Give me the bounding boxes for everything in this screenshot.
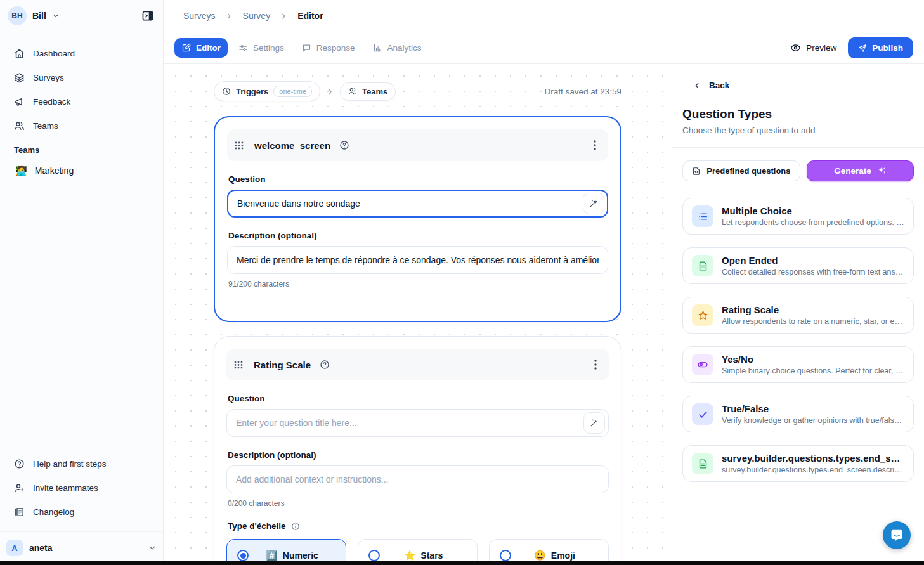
sidebar: BH Bill Dashboard Surveys Feed [0, 0, 164, 565]
radio-icon [368, 550, 380, 561]
sidebar-team-marketing[interactable]: 🧑‍💻 Marketing [8, 159, 155, 183]
toggle-icon [692, 354, 713, 375]
chevron-right-icon [326, 88, 334, 96]
teams-section-label: Teams [8, 138, 155, 159]
main-area: Surveys Survey Editor Editor Settings [164, 0, 924, 565]
user-menu[interactable]: BH Bill [8, 6, 60, 25]
intercom-chat-icon [890, 528, 904, 542]
sidebar-item-label: Changelog [33, 507, 74, 517]
generate-button[interactable]: Generate [807, 160, 914, 181]
magic-wand-button[interactable] [583, 412, 605, 434]
tab-label: Editor [196, 43, 221, 53]
sidebar-item-invite[interactable]: Invite teammates [8, 476, 155, 500]
team-emoji-icon: 🧑‍💻 [15, 165, 27, 176]
question-title-input[interactable] [227, 190, 608, 218]
workspace-avatar: A [6, 540, 23, 556]
sidebar-footer: Help and first steps Invite teammates Ch… [0, 445, 163, 526]
panel-actions: Predefined questions Generate [682, 160, 914, 181]
magic-wand-button[interactable] [583, 193, 604, 214]
draft-status: Draft saved at 23:59 [544, 87, 621, 96]
type-title: Multiple Choice [722, 205, 904, 216]
question-card-welcome-screen[interactable]: welcome_screen Question [214, 116, 621, 322]
breadcrumb-editor: Editor [297, 11, 323, 21]
toolbar-tabs: Editor Settings Response Analytics [174, 38, 429, 58]
kebab-menu-icon[interactable] [592, 357, 599, 372]
tab-analytics[interactable]: Analytics [366, 38, 429, 58]
type-card-yes-no[interactable]: Yes/No Simple binary choice questions. P… [682, 346, 914, 383]
tab-response[interactable]: Response [295, 38, 362, 58]
sidebar-item-teams[interactable]: Teams [8, 114, 155, 138]
publish-label: Publish [872, 43, 903, 53]
type-title: Rating Scale [722, 304, 904, 315]
question-card-rating-scale[interactable]: Rating Scale Question [214, 336, 621, 565]
numeric-keycap-icon: #️⃣ [266, 550, 278, 561]
document-text-icon [692, 255, 713, 276]
drag-handle-icon[interactable] [234, 361, 245, 369]
scale-option-label: Stars [420, 550, 443, 561]
toolbar-actions: Preview Publish [790, 37, 913, 58]
sidebar-item-feedback[interactable]: Feedback [8, 89, 155, 114]
help-circle-icon[interactable] [320, 360, 330, 370]
help-circle-icon[interactable] [339, 140, 349, 150]
sidebar-item-surveys[interactable]: Surveys [8, 65, 155, 89]
breadcrumb-surveys[interactable]: Surveys [183, 11, 216, 21]
question-card-header: welcome_screen [227, 129, 608, 161]
question-description-input[interactable] [227, 246, 608, 274]
sidebar-item-help[interactable]: Help and first steps [8, 451, 155, 476]
preview-button[interactable]: Preview [790, 42, 836, 53]
teams-chip[interactable]: Teams [340, 82, 396, 101]
radio-icon [500, 550, 511, 561]
paper-plane-icon [858, 44, 867, 53]
workspace-name: aneta [29, 543, 141, 553]
type-title: Yes/No [722, 354, 904, 365]
type-card-end-screen[interactable]: survey.builder.questions.types.end_scr..… [682, 445, 914, 482]
question-title-input[interactable] [226, 409, 609, 437]
tab-settings[interactable]: Settings [231, 38, 291, 58]
breadcrumb-survey[interactable]: Survey [243, 11, 271, 21]
question-description-input[interactable] [226, 465, 609, 493]
radio-selected-icon [237, 550, 249, 561]
question-types-panel: Back Question Types Choose the type of q… [672, 64, 924, 565]
char-count: 0/200 characters [228, 499, 609, 508]
publish-button[interactable]: Publish [848, 37, 913, 58]
sidebar-item-dashboard[interactable]: Dashboard [8, 41, 155, 65]
drag-handle-icon[interactable] [235, 141, 245, 150]
sidebar-item-changelog[interactable]: Changelog [8, 500, 155, 524]
predefined-label: Predefined questions [706, 166, 790, 176]
workspace-switcher[interactable]: A aneta [0, 531, 163, 565]
type-card-rating-scale[interactable]: Rating Scale Allow respondents to rate o… [682, 297, 914, 334]
type-card-multiple-choice[interactable]: Multiple Choice Let respondents choose f… [682, 198, 914, 235]
type-card-open-ended[interactable]: Open Ended Collect detailed responses wi… [682, 247, 914, 284]
question-card-title: Rating Scale [254, 360, 311, 370]
back-button[interactable]: Back [682, 81, 914, 90]
triggers-chip[interactable]: Triggers one-time [214, 81, 320, 101]
sidebar-nav: Dashboard Surveys Feedback Teams Teams 🧑… [0, 32, 163, 183]
type-description: Simple binary choice questions. Perfect … [722, 367, 904, 375]
sidebar-item-label: Dashboard [33, 49, 75, 58]
type-card-true-false[interactable]: True/False Verify knowledge or gather op… [682, 396, 914, 432]
list-icon [692, 205, 713, 227]
tab-label: Analytics [387, 43, 422, 53]
tab-editor[interactable]: Editor [174, 38, 228, 58]
sidebar-item-label: Invite teammates [33, 483, 98, 493]
kebab-menu-icon[interactable] [591, 138, 599, 153]
type-description: survey.builder.questions.types.end_scree… [722, 465, 904, 474]
question-card-header: Rating Scale [226, 349, 609, 380]
info-circle-icon[interactable] [291, 522, 300, 531]
predefined-questions-button[interactable]: Predefined questions [682, 160, 800, 181]
teams-chip-label: Teams [362, 87, 387, 96]
avatar: BH [8, 6, 27, 25]
survey-canvas[interactable]: Triggers one-time Teams [164, 64, 672, 565]
sidebar-item-label: Teams [33, 121, 58, 131]
chat-launcher-button[interactable] [883, 521, 911, 549]
star-outline-icon [692, 304, 713, 326]
eye-icon [790, 42, 801, 53]
char-count: 91/200 characters [228, 280, 608, 289]
sidebar-collapse-icon[interactable] [141, 10, 154, 22]
user-plus-icon [14, 483, 25, 493]
chevron-right-icon [280, 12, 288, 20]
canvas-top-row: Triggers one-time Teams [214, 81, 621, 101]
scale-type-label: Type d'échelle [228, 521, 609, 531]
chevron-left-icon [693, 81, 701, 90]
layers-icon [14, 72, 25, 83]
